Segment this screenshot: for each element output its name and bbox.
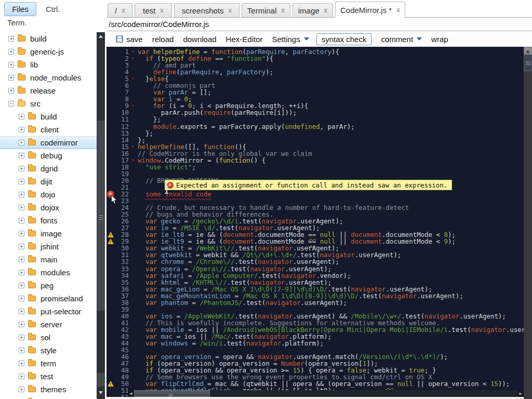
tree-item-image[interactable]: +image [0, 227, 97, 240]
expand-plus-icon[interactable]: + [19, 218, 24, 223]
expand-plus-icon[interactable]: + [19, 244, 24, 249]
scroll-left-button[interactable]: ◀ [128, 390, 134, 397]
tree-item-generic-js[interactable]: +generic-js [0, 45, 97, 58]
code-line-22[interactable]: 22 some invalid code [107, 191, 524, 197]
expand-plus-icon[interactable]: + [19, 296, 24, 301]
editor-vertical-scrollbar[interactable] [524, 47, 532, 399]
close-icon[interactable]: x [229, 7, 232, 14]
expand-plus-icon[interactable]: + [19, 231, 24, 236]
expand-plus-icon[interactable]: + [19, 205, 24, 210]
expand-plus-icon[interactable]: + [19, 335, 24, 340]
tree-item-sol[interactable]: +sol [0, 331, 97, 344]
expand-plus-icon[interactable]: + [19, 257, 24, 262]
tree-item-util[interactable]: +util [0, 396, 97, 399]
scroll-right-button[interactable]: ▶ [517, 390, 524, 397]
fold-arrow-icon[interactable]: ▾ [131, 102, 138, 109]
expand-plus-icon[interactable]: + [19, 361, 24, 366]
code-line-10[interactable]: 10 parAr.push(require(parRequire[i])); [107, 109, 524, 116]
close-icon[interactable]: x [324, 7, 328, 14]
sidebar-scroll-down-button[interactable] [97, 387, 105, 399]
expand-plus-icon[interactable]: + [19, 166, 24, 171]
fold-arrow-icon[interactable]: ▾ [131, 75, 138, 82]
expand-plus-icon[interactable]: + [8, 62, 14, 68]
tree-item-build[interactable]: +build [0, 32, 97, 45]
tree-item-src[interactable]: −src [0, 97, 97, 110]
sidebar-scrollbar[interactable] [97, 32, 105, 399]
tree-item-term[interactable]: +term [0, 357, 97, 370]
files-tab-button[interactable]: Files [4, 2, 36, 16]
editor-horizontal-scrollbar[interactable]: ◀ ▶ [128, 390, 524, 397]
tree-item-put-selector[interactable]: +put-selector [0, 305, 97, 318]
close-icon[interactable]: x [160, 7, 164, 14]
tab-screenshots[interactable]: screenshotsx [174, 3, 240, 17]
expand-plus-icon[interactable]: + [19, 270, 24, 275]
expand-plus-icon[interactable]: + [8, 75, 14, 81]
fold-arrow-icon[interactable]: ▾ [131, 157, 138, 164]
collapse-minus-icon[interactable]: − [8, 101, 14, 107]
sidebar-scrollbar-thumb2[interactable] [97, 311, 105, 373]
expand-plus-icon[interactable]: + [19, 309, 24, 314]
tab-codemirror-js-[interactable]: CodeMirror.js *x [335, 2, 405, 18]
tree-item-main[interactable]: +main [0, 253, 97, 266]
tree-item-peg[interactable]: +peg [0, 279, 97, 292]
path-input[interactable]: /src/codemirror/CodeMirror.js [107, 17, 532, 31]
tree-item-dijit[interactable]: +dijit [0, 175, 97, 188]
warning-icon[interactable] [108, 381, 114, 387]
tree-item-dgrid[interactable]: +dgrid [0, 162, 97, 175]
expand-plus-icon[interactable]: + [19, 192, 24, 197]
code-line-4[interactable]: 4 define(parRequire, parFactory); [107, 69, 524, 75]
save-button[interactable]: save [116, 35, 143, 44]
editor-scroll-up-button[interactable] [524, 47, 532, 55]
tree-item-test[interactable]: +test [0, 370, 97, 383]
tree-item-debug[interactable]: +debug [0, 149, 97, 162]
tree-item-lib[interactable]: +lib [0, 58, 97, 71]
expand-plus-icon[interactable]: + [19, 153, 24, 158]
tree-item-jshint[interactable]: +jshint [0, 240, 97, 253]
close-icon[interactable]: x [282, 7, 285, 14]
expand-plus-icon[interactable]: + [8, 88, 14, 94]
tree-item-modules[interactable]: +modules [0, 266, 97, 279]
tab-image[interactable]: imagex [292, 3, 333, 17]
expand-plus-icon[interactable]: + [19, 114, 24, 119]
expand-plus-icon[interactable]: + [19, 179, 24, 184]
tab-terminal[interactable]: Terminalx [242, 3, 290, 17]
tree-item-fonts[interactable]: +fonts [0, 214, 97, 227]
tree-item-client[interactable]: +client [0, 123, 97, 136]
fold-arrow-icon[interactable]: ▾ [131, 143, 138, 150]
tree-item-dojox[interactable]: +dojox [0, 201, 97, 214]
tree-item-server[interactable]: +server [0, 318, 97, 331]
tree-item-promiseland[interactable]: +promiseland [0, 292, 97, 305]
fold-arrow-icon[interactable]: ▾ [131, 55, 138, 62]
expand-plus-icon[interactable]: + [19, 387, 24, 392]
wrap-button[interactable]: wrap [431, 35, 448, 44]
splitter-grip-icon[interactable] [99, 215, 103, 216]
tree-item-themes[interactable]: +themes [0, 383, 97, 396]
expand-plus-icon[interactable]: + [19, 127, 24, 132]
scroll-up-icon[interactable] [99, 35, 103, 38]
download-button[interactable]: download [183, 35, 216, 44]
syntax-check-button[interactable]: syntax check [316, 33, 372, 45]
expand-plus-icon[interactable]: + [19, 283, 24, 288]
expand-plus-icon[interactable]: + [19, 374, 24, 379]
code-editor[interactable]: 1▾var helperDefine = function(parRequire… [107, 47, 532, 399]
warning-icon[interactable] [108, 238, 114, 244]
tree-item-release[interactable]: +release [0, 84, 97, 97]
reload-button[interactable]: reload [152, 35, 174, 44]
tree-item-node_modules[interactable]: +node_modules [0, 71, 97, 84]
expand-plus-icon[interactable]: + [19, 348, 24, 353]
expand-plus-icon[interactable]: + [8, 49, 14, 55]
comment-button[interactable]: comment [381, 35, 422, 44]
settings-button[interactable]: Settings [272, 35, 309, 44]
code-line-44[interactable]: 44 var windows = /win/i.test(navigator.p… [107, 340, 524, 347]
tree-item-dojo[interactable]: +dojo [0, 188, 97, 201]
hex-editor-button[interactable]: Hex-Editor [226, 35, 263, 44]
sidebar-scrollbar-thumb[interactable] [97, 32, 105, 121]
tree-item-build[interactable]: +build [0, 110, 97, 123]
expand-plus-icon[interactable]: + [19, 140, 24, 145]
fold-arrow-icon[interactable]: ▾ [131, 48, 138, 55]
tree-item-style[interactable]: +style [0, 344, 97, 357]
editor-hscroll-thumb[interactable] [134, 390, 210, 397]
tab-test[interactable]: testx [135, 3, 172, 17]
expand-plus-icon[interactable]: + [8, 36, 14, 42]
code-line-12[interactable]: 12 module.exports = parFactory.apply(und… [107, 123, 524, 130]
